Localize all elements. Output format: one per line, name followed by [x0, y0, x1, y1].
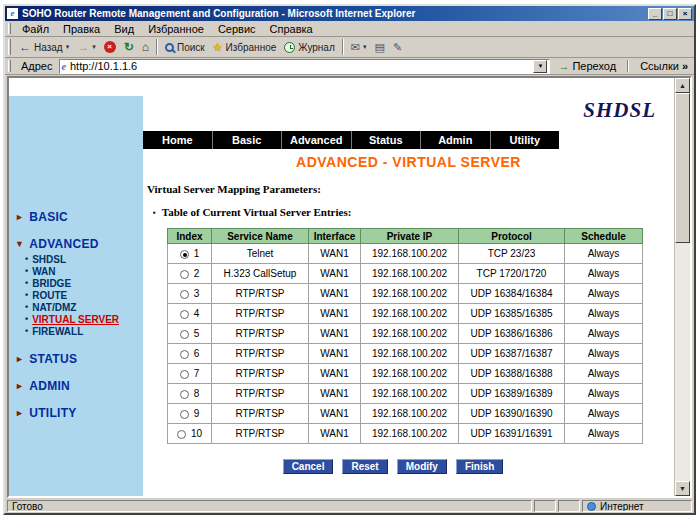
favorites-button[interactable]: ★ Избранное	[209, 38, 281, 57]
row-index: 4	[194, 308, 200, 319]
row-select-radio[interactable]	[180, 370, 189, 379]
menu-bar: ФайлПравкаВидИзбранноеСервисСправка	[5, 21, 694, 37]
address-label: Адрес	[19, 60, 55, 72]
table-row: 3RTP/RTSPWAN1192.168.100.202UDP 16384/16…	[168, 284, 643, 304]
cell-interface: WAN1	[309, 424, 361, 444]
menubar-grip[interactable]	[8, 23, 11, 35]
tab-basic[interactable]: Basic	[213, 131, 283, 149]
print-button[interactable]: ▤	[371, 38, 389, 57]
sidebar-section-advanced[interactable]: ▼ADVANCED	[9, 235, 143, 253]
row-select-radio[interactable]	[180, 330, 189, 339]
mail-dropdown-icon[interactable]: ▾	[363, 43, 367, 51]
refresh-button[interactable]: ↻	[120, 38, 138, 57]
forward-button[interactable]: → ▾	[73, 38, 100, 57]
cancel-button[interactable]: Cancel	[283, 459, 334, 474]
edit-button[interactable]: ✎	[389, 38, 406, 57]
cell-schedule: Always	[565, 304, 643, 324]
go-button[interactable]: → Переход	[554, 60, 620, 72]
maximize-button[interactable]: □	[663, 8, 677, 20]
links-button[interactable]: Ссылки »	[636, 60, 692, 72]
menu-item-4[interactable]: Избранное	[141, 22, 211, 36]
cell-index: 5	[168, 324, 212, 344]
toolbar: ← Назад ▾ → ▾ × ↻ ⌂ Поиск ★ Избранное Жу…	[5, 37, 694, 58]
minimize-button[interactable]: _	[648, 8, 662, 20]
menu-item-1[interactable]: Файл	[15, 22, 56, 36]
row-select-radio[interactable]	[180, 290, 189, 299]
menu-item-2[interactable]: Правка	[56, 22, 107, 36]
main-content: SHDSL HomeBasicAdvancedStatusAdminUtilit…	[143, 78, 674, 496]
vertical-scrollbar[interactable]: ▲ ▼	[674, 78, 690, 496]
row-select-radio[interactable]	[177, 430, 186, 439]
tab-status[interactable]: Status	[352, 131, 422, 149]
sidebar-item-shdsl[interactable]: •SHDSL	[9, 253, 143, 265]
bullet-icon: •	[25, 290, 28, 300]
sidebar-item-bridge[interactable]: •BRIDGE	[9, 277, 143, 289]
back-label: Назад	[34, 42, 63, 53]
scrollbar-thumb[interactable]	[675, 93, 690, 243]
row-select-radio[interactable]	[180, 310, 189, 319]
sidebar-item-route[interactable]: •ROUTE	[9, 289, 143, 301]
history-button[interactable]: Журнал	[280, 38, 339, 57]
modify-button[interactable]: Modify	[397, 459, 447, 474]
shdsl-logo: SHDSL	[143, 78, 674, 123]
tab-home[interactable]: Home	[143, 131, 213, 149]
window-controls: _ □ ×	[648, 8, 692, 20]
row-index: 8	[194, 388, 200, 399]
mail-button[interactable]: ✉ ▾	[347, 38, 371, 57]
sidebar-item-firewall[interactable]: •FIREWALL	[9, 325, 143, 337]
back-button[interactable]: ← Назад ▾	[15, 38, 73, 57]
home-button[interactable]: ⌂	[138, 38, 153, 57]
back-icon: ←	[19, 40, 31, 54]
table-row: 8RTP/RTSPWAN1192.168.100.202UDP 16389/16…	[168, 384, 643, 404]
links-label: Ссылки	[640, 60, 679, 72]
addressbar-grip[interactable]	[8, 60, 11, 72]
menu-item-3[interactable]: Вид	[107, 22, 141, 36]
row-select-radio[interactable]	[180, 390, 189, 399]
sidebar-section-label: BASIC	[29, 210, 68, 224]
sidebar-section-status[interactable]: ►STATUS	[9, 350, 143, 368]
back-dropdown-icon[interactable]: ▾	[66, 43, 70, 51]
row-select-radio[interactable]	[180, 350, 189, 359]
cell-index: 2	[168, 264, 212, 284]
sidebar-section-label: STATUS	[29, 352, 77, 366]
menu-item-6[interactable]: Справка	[263, 22, 320, 36]
forward-dropdown-icon[interactable]: ▾	[92, 43, 96, 51]
row-select-radio[interactable]	[180, 270, 189, 279]
tab-advanced[interactable]: Advanced	[282, 131, 352, 149]
tab-utility[interactable]: Utility	[491, 131, 560, 149]
scrollbar-track[interactable]	[675, 243, 690, 481]
sidebar-section-utility[interactable]: ►UTILITY	[9, 404, 143, 422]
finish-button[interactable]: Finish	[456, 459, 503, 474]
sidebar-item-wan[interactable]: •WAN	[9, 265, 143, 277]
toolbar-grip[interactable]	[8, 39, 11, 55]
cell-private-ip: 192.168.100.202	[361, 324, 459, 344]
scroll-up-button[interactable]: ▲	[675, 78, 690, 93]
tab-admin[interactable]: Admin	[421, 131, 491, 149]
row-select-radio[interactable]	[180, 250, 189, 259]
table-header-row: IndexService NameInterfacePrivate IPProt…	[168, 229, 643, 244]
address-url: http://10.1.1.6	[70, 60, 137, 72]
sidebar-item-nat-dmz[interactable]: •NAT/DMZ	[9, 301, 143, 313]
cell-schedule: Always	[565, 404, 643, 424]
address-input[interactable]: e http://10.1.1.6 ▼	[59, 59, 551, 74]
window-title: SOHO Router Remote Management and Config…	[22, 8, 648, 19]
scroll-down-button[interactable]: ▼	[675, 481, 690, 496]
cell-service-name: RTP/RTSP	[212, 324, 309, 344]
search-button[interactable]: Поиск	[161, 38, 209, 57]
menu-item-5[interactable]: Сервис	[211, 22, 263, 36]
stop-button[interactable]: ×	[100, 38, 120, 57]
address-dropdown-button[interactable]: ▼	[533, 60, 547, 73]
page-ie-icon: e	[62, 61, 66, 72]
close-button[interactable]: ×	[678, 8, 692, 20]
sidebar-item-virtual-server[interactable]: •VIRTUAL SERVER	[9, 313, 143, 325]
row-select-radio[interactable]	[180, 410, 189, 419]
table-heading: Table of Current Virtual Server Entries:	[162, 206, 352, 218]
cell-schedule: Always	[565, 284, 643, 304]
history-label: Журнал	[298, 42, 335, 53]
reset-button[interactable]: Reset	[342, 459, 387, 474]
column-header-private-ip: Private IP	[361, 229, 459, 244]
cell-schedule: Always	[565, 384, 643, 404]
sidebar-section-admin[interactable]: ►ADMIN	[9, 377, 143, 395]
cell-private-ip: 192.168.100.202	[361, 284, 459, 304]
sidebar-section-basic[interactable]: ►BASIC	[9, 208, 143, 226]
